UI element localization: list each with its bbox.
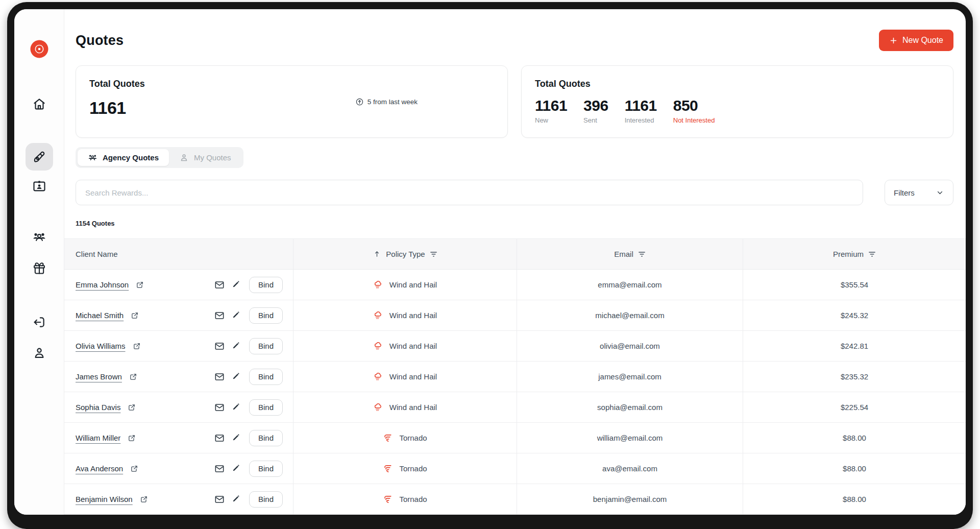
client-name-link[interactable]: Olivia Williams: [76, 342, 126, 350]
edit-pencil-icon[interactable]: [232, 310, 242, 321]
mail-icon[interactable]: [214, 464, 225, 474]
bind-button[interactable]: Bind: [249, 369, 283, 385]
sidebar-item-contacts[interactable]: [32, 179, 46, 193]
mail-icon[interactable]: [214, 372, 225, 382]
sidebar-item-logout[interactable]: [32, 315, 46, 329]
tab-agency-quotes[interactable]: Agency Quotes: [78, 149, 169, 166]
circle-up-arrow-icon: [355, 98, 364, 106]
quotes-table: Client Name Policy Type Email Premium: [64, 238, 966, 515]
edit-pencil-icon[interactable]: [232, 372, 242, 382]
mail-icon[interactable]: [214, 280, 225, 290]
total-quotes-value: 1161: [89, 98, 145, 118]
client-name-link[interactable]: Ava Anderson: [76, 464, 123, 473]
column-header-premium[interactable]: Premium: [743, 239, 966, 269]
external-link-icon[interactable]: [136, 281, 144, 289]
bind-button[interactable]: Bind: [249, 399, 283, 416]
external-link-icon[interactable]: [128, 434, 136, 442]
mail-icon[interactable]: [214, 310, 225, 321]
table-row: Benjamin Wilson Bind Tornado benjamin@em…: [64, 484, 966, 515]
client-name-link[interactable]: Benjamin Wilson: [76, 495, 133, 503]
sort-ascending-icon[interactable]: [373, 250, 381, 258]
client-name-link[interactable]: Emma Johnson: [76, 280, 129, 289]
sidebar-item-rewards[interactable]: [32, 261, 46, 275]
premium-cell: $245.32: [743, 300, 966, 330]
main-content: Quotes New Quote Total Quotes 1161 5 fro…: [64, 9, 966, 515]
premium-cell: $225.54: [743, 392, 966, 422]
external-link-icon[interactable]: [131, 311, 139, 320]
table-row: Ava Anderson Bind Tornado ava@email.com …: [64, 453, 966, 484]
table-header-row: Client Name Policy Type Email Premium: [64, 239, 966, 270]
weekly-delta: 5 from last week: [355, 98, 418, 106]
filter-icon[interactable]: [430, 251, 437, 258]
gift-icon: [32, 261, 46, 275]
bind-button[interactable]: Bind: [249, 277, 283, 293]
edit-pencil-icon[interactable]: [232, 280, 242, 290]
hurricane-logo[interactable]: [27, 37, 52, 61]
email-cell: ava@email.com: [517, 453, 743, 484]
client-name-link[interactable]: Michael Smith: [76, 311, 124, 320]
column-header-policy-type[interactable]: Policy Type: [293, 239, 517, 269]
external-link-icon[interactable]: [140, 495, 148, 503]
sidebar-item-quotes[interactable]: [26, 143, 53, 171]
bind-button[interactable]: Bind: [249, 430, 283, 446]
screenshot-stage: Quotes New Quote Total Quotes 1161 5 fro…: [0, 0, 980, 529]
sidebar-item-team[interactable]: [32, 230, 46, 244]
sidebar-item-home[interactable]: [32, 97, 46, 111]
stat-interested: 1161 Interested: [625, 97, 657, 124]
client-name-link[interactable]: James Brown: [76, 372, 122, 381]
external-link-icon[interactable]: [130, 465, 138, 473]
client-name-link[interactable]: Sophia Davis: [76, 403, 120, 412]
email-cell: olivia@email.com: [517, 331, 743, 361]
premium-cell: $235.32: [743, 362, 966, 392]
edit-pencil-icon[interactable]: [232, 402, 242, 413]
column-header-email[interactable]: Email: [517, 239, 743, 269]
wind-hail-icon: [373, 280, 383, 290]
table-row: Olivia Williams Bind Wind and Hail olivi…: [64, 331, 966, 362]
sidebar-item-profile[interactable]: [32, 346, 46, 360]
logout-icon: [32, 315, 46, 329]
bind-button[interactable]: Bind: [249, 338, 283, 354]
new-quote-button[interactable]: New Quote: [879, 30, 953, 51]
policy-type-label: Wind and Hail: [389, 342, 437, 350]
policy-type-label: Wind and Hail: [389, 403, 437, 412]
edit-pencil-icon[interactable]: [232, 433, 242, 443]
policy-type-label: Tornado: [399, 464, 427, 473]
edit-pencil-icon[interactable]: [232, 494, 242, 504]
tornado-icon: [383, 433, 393, 443]
policy-type-label: Wind and Hail: [389, 280, 437, 289]
bind-button[interactable]: Bind: [249, 307, 283, 324]
team-icon: [32, 230, 46, 244]
mail-icon[interactable]: [214, 494, 225, 504]
stat-sent: 396 Sent: [583, 97, 608, 124]
mail-icon[interactable]: [214, 402, 225, 413]
bind-button[interactable]: Bind: [249, 461, 283, 477]
policy-type-label: Tornado: [399, 434, 427, 442]
mail-icon[interactable]: [214, 341, 225, 351]
column-header-client-name[interactable]: Client Name: [64, 239, 293, 269]
external-link-icon[interactable]: [133, 342, 141, 350]
table-row: Sophia Davis Bind Wind and Hail sophia@e…: [64, 392, 966, 423]
table-row: Michael Smith Bind Wind and Hail michael…: [64, 300, 966, 331]
total-quotes-card: Total Quotes 1161 5 from last week: [76, 65, 508, 138]
filters-button[interactable]: Filters: [885, 180, 953, 205]
edit-pencil-icon[interactable]: [232, 464, 242, 474]
filter-icon[interactable]: [638, 251, 646, 258]
team-icon: [88, 153, 97, 162]
email-cell: james@email.com: [517, 362, 743, 392]
app-window: Quotes New Quote Total Quotes 1161 5 fro…: [14, 9, 966, 515]
filter-icon[interactable]: [868, 251, 876, 258]
edit-pencil-icon[interactable]: [232, 341, 242, 351]
card-label: Total Quotes: [89, 79, 145, 89]
table-row: Emma Johnson Bind Wind and Hail emma@ema…: [64, 270, 966, 300]
external-link-icon[interactable]: [129, 373, 137, 381]
table-row: James Brown Bind Wind and Hail james@ema…: [64, 362, 966, 392]
bind-button[interactable]: Bind: [249, 491, 283, 508]
search-input[interactable]: [76, 180, 863, 205]
client-name-link[interactable]: William Miller: [76, 434, 120, 442]
external-link-icon[interactable]: [128, 403, 136, 412]
page-title: Quotes: [76, 33, 124, 49]
premium-cell: $355.54: [743, 270, 966, 300]
tab-my-quotes[interactable]: My Quotes: [169, 149, 241, 166]
mail-icon[interactable]: [214, 433, 225, 443]
user-icon: [179, 153, 189, 162]
